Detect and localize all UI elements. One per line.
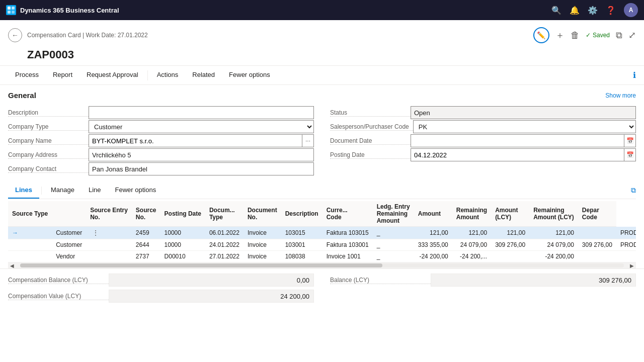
avatar[interactable]: A [624, 3, 638, 17]
menu-divider [147, 70, 148, 80]
label-compensation-value: Compensation Value (LCY) [8, 293, 109, 300]
input-company-contact[interactable] [89, 162, 314, 175]
th-remaining-amount: RemainingAmount [452, 201, 491, 227]
cell-amount-lcy: 121,00 [529, 227, 578, 239]
expand-icon[interactable]: ⤢ [628, 30, 636, 41]
cell-arrow [8, 239, 52, 251]
cell-dots [86, 251, 132, 262]
app-logo: Dynamics 365 Business Central [6, 5, 546, 15]
svg-rect-1 [12, 7, 15, 10]
cell-depar-code: PROD [616, 239, 636, 251]
row-dots-button[interactable]: ⋮ [90, 229, 101, 237]
cell-doc-no: 103015 [281, 227, 323, 239]
menu-item-related[interactable]: Related [185, 66, 222, 84]
table-row[interactable]: Vendor2737D0001027.01.2022Invoice108038I… [8, 251, 636, 262]
label-status: Status [330, 109, 411, 117]
cell-doc-no: 103001 [281, 239, 323, 251]
cell-remaining-amount: 309 276,00 [491, 239, 529, 251]
cell-dots [86, 239, 132, 251]
show-more-link[interactable]: Show more [605, 92, 636, 99]
search-icon[interactable]: 🔍 [551, 6, 561, 15]
table-row[interactable]: Customer26441000024.01.2022Invoice103001… [8, 239, 636, 251]
input-company-name[interactable] [89, 134, 302, 147]
cell-currency-code: _ [373, 227, 414, 239]
scrollbar-thumb [20, 263, 382, 267]
scroll-right-icon[interactable]: ▶ [628, 263, 636, 268]
th-ledg-remaining: Ledg. EntryRemainingAmount [373, 201, 414, 227]
svg-rect-2 [8, 11, 11, 14]
select-salesperson-code[interactable]: PK [413, 120, 636, 133]
lines-table-wrapper: Source Type Source EntryNo. SourceNo. Po… [8, 201, 636, 262]
field-company-name: Company Name ··· [8, 134, 314, 148]
open-external-icon[interactable]: ⧉ [616, 30, 622, 41]
th-posting-date: Posting Date [160, 201, 205, 227]
add-icon[interactable]: ＋ [555, 29, 565, 41]
menu-item-request-approval[interactable]: Request Approval [79, 66, 145, 84]
help-icon[interactable]: ❓ [606, 6, 616, 15]
scroll-left-icon[interactable]: ◀ [8, 263, 16, 268]
input-description[interactable] [89, 106, 314, 119]
cell-dots[interactable]: ⋮ [86, 227, 132, 239]
th-amount: Amount [414, 201, 452, 227]
document-date-calendar-button[interactable]: 📅 [624, 134, 636, 147]
page-title: ZAP0003 [8, 46, 636, 65]
cell-source-type: Vendor [52, 251, 86, 262]
posting-date-calendar-button[interactable]: 📅 [624, 148, 636, 161]
topbar-icons: 🔍 🔔 ⚙️ ❓ A [551, 3, 638, 17]
th-currency-code: Curre...Code [323, 201, 373, 227]
menu-item-process[interactable]: Process [8, 66, 46, 84]
cell-source-no: D00010 [160, 251, 205, 262]
cell-depar-code [616, 251, 636, 262]
label-company-contact: Company Contact [8, 165, 89, 173]
info-icon[interactable]: ℹ [633, 70, 636, 80]
tab-lines[interactable]: Lines [8, 182, 39, 199]
back-button[interactable]: ← [8, 28, 22, 42]
menu-item-fewer-options[interactable]: Fewer options [222, 66, 277, 84]
field-status: Status [330, 106, 636, 120]
app-name: Dynamics 365 Business Central [20, 7, 119, 14]
cell-ledg-remaining: 333 355,00 [414, 239, 452, 251]
document-date-control: 📅 [411, 134, 636, 147]
input-posting-date[interactable] [411, 148, 624, 161]
th-doc-no: DocumentNo. [244, 201, 281, 227]
bell-icon[interactable]: 🔔 [570, 6, 580, 15]
th-description: Description [281, 201, 323, 227]
input-status [411, 106, 636, 119]
horizontal-scrollbar[interactable]: ◀ ▶ [8, 262, 636, 268]
input-company-address[interactable] [89, 148, 314, 161]
label-posting-date: Posting Date [330, 151, 411, 159]
scrollbar-track[interactable] [20, 263, 624, 267]
cell-description: Faktura 103001 [323, 239, 373, 251]
cell-remaining-lcy: 309 276,00 [578, 239, 616, 251]
select-company-type[interactable]: Customer Vendor [89, 120, 314, 133]
cell-amount: -24 200,... [452, 251, 491, 262]
cell-description: Faktura 103015 [323, 227, 373, 239]
cell-posting-date: 27.01.2022 [205, 251, 244, 262]
tab-fewer-options[interactable]: Fewer options [108, 182, 164, 199]
company-name-dots-button[interactable]: ··· [302, 134, 314, 147]
cell-ledg-remaining: -24 200,00 [414, 251, 452, 262]
delete-icon[interactable]: 🗑 [571, 30, 580, 41]
tab-manage[interactable]: Manage [44, 182, 82, 199]
lines-table: Source Type Source EntryNo. SourceNo. Po… [8, 201, 636, 262]
th-source-entry-no: Source EntryNo. [86, 201, 132, 227]
tab-line[interactable]: Line [82, 182, 108, 199]
cell-doc-type: Invoice [244, 251, 281, 262]
cell-posting-date: 06.01.2022 [205, 227, 244, 239]
input-document-date[interactable] [411, 134, 624, 147]
label-balance: Balance (LCY) [330, 277, 431, 284]
general-section: General Show more Description Company Ty… [0, 85, 644, 182]
table-row[interactable]: →Customer⋮24591000006.01.2022Invoice1030… [8, 227, 636, 239]
settings-icon[interactable]: ⚙️ [588, 6, 598, 15]
label-company-name: Company Name [8, 137, 89, 145]
edit-button[interactable]: ✏️ [533, 27, 549, 43]
cell-doc-type: Invoice [244, 227, 281, 239]
menu-item-actions[interactable]: Actions [150, 66, 186, 84]
page-header-top: ← Compensation Card | Work Date: 27.01.2… [8, 24, 636, 46]
lines-expand-icon[interactable]: ⧉ [631, 186, 636, 195]
cell-amount: 24 079,00 [452, 239, 491, 251]
logo-icon [6, 5, 16, 15]
th-source-no: SourceNo. [132, 201, 160, 227]
cell-remaining-lcy [578, 227, 616, 239]
menu-item-report[interactable]: Report [46, 66, 79, 84]
